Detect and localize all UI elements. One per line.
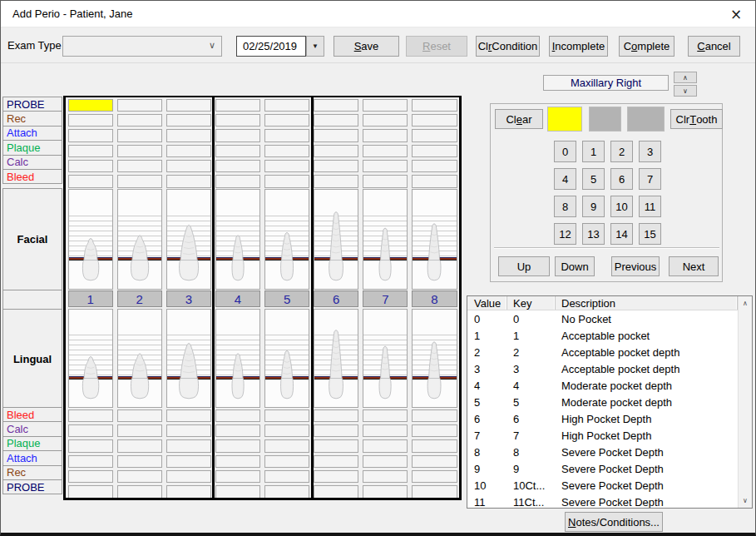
- perio-cell[interactable]: [314, 145, 358, 157]
- tooth-chart-cell[interactable]: [363, 189, 408, 290]
- perio-cell[interactable]: [264, 409, 309, 422]
- perio-cell[interactable]: [314, 129, 358, 141]
- perio-cell[interactable]: [412, 439, 457, 452]
- keypad-button-3[interactable]: 3: [639, 141, 661, 162]
- perio-cell[interactable]: [117, 409, 162, 422]
- down-button[interactable]: Down: [555, 256, 595, 276]
- keypad-button-2[interactable]: 2: [610, 141, 633, 162]
- perio-cell[interactable]: [117, 145, 162, 157]
- perio-cell[interactable]: [215, 485, 260, 498]
- perio-cell[interactable]: [314, 470, 358, 483]
- perio-cell[interactable]: [68, 129, 113, 141]
- perio-cell[interactable]: [166, 175, 211, 187]
- notes-conditions-button[interactable]: Notes/Conditions...: [565, 512, 663, 532]
- exam-type-select[interactable]: ∨: [62, 36, 222, 57]
- perio-cell[interactable]: [166, 114, 211, 127]
- tooth-chart-cell[interactable]: [314, 189, 358, 290]
- table-row[interactable]: 77High Pocket Depth: [467, 427, 738, 444]
- perio-cell[interactable]: [68, 485, 113, 498]
- perio-cell[interactable]: [215, 439, 260, 452]
- keypad-button-6[interactable]: 6: [610, 168, 633, 190]
- perio-cell[interactable]: [363, 409, 408, 422]
- perio-cell[interactable]: [363, 99, 408, 112]
- tooth-chart-cell[interactable]: [412, 309, 457, 408]
- tooth-number[interactable]: 6: [314, 290, 358, 307]
- complete-button[interactable]: Complete: [619, 36, 674, 57]
- perio-cell[interactable]: [264, 175, 309, 187]
- perio-cell[interactable]: [166, 145, 211, 157]
- perio-cell[interactable]: [363, 145, 408, 157]
- perio-cell[interactable]: [314, 439, 358, 452]
- perio-cell[interactable]: [264, 99, 309, 112]
- tooth-number[interactable]: 4: [215, 290, 260, 307]
- col-header-key[interactable]: Key: [507, 296, 556, 310]
- scroll-up-icon[interactable]: ∧: [739, 296, 752, 310]
- perio-cell[interactable]: [363, 129, 408, 141]
- perio-cell[interactable]: [117, 160, 162, 172]
- perio-cell[interactable]: [117, 99, 162, 112]
- previous-button[interactable]: Previous: [611, 256, 660, 276]
- perio-cell[interactable]: [166, 160, 211, 172]
- clr-condition-button[interactable]: Clr Condition: [476, 36, 540, 57]
- clr-tooth-button[interactable]: Clr Tooth: [670, 109, 723, 129]
- perio-cell[interactable]: [314, 409, 358, 422]
- perio-cell[interactable]: [166, 455, 211, 468]
- perio-cell[interactable]: [264, 160, 309, 172]
- perio-cell[interactable]: [412, 424, 457, 437]
- date-dropdown-button[interactable]: ▼: [306, 36, 324, 57]
- perio-cell[interactable]: [215, 99, 260, 112]
- perio-cell[interactable]: [166, 129, 211, 141]
- perio-cell[interactable]: [363, 175, 408, 187]
- keypad-button-10[interactable]: 10: [610, 196, 633, 217]
- incomplete-button[interactable]: Incomplete: [549, 36, 608, 57]
- keypad-button-9[interactable]: 9: [582, 196, 605, 217]
- perio-cell[interactable]: [166, 99, 211, 112]
- perio-cell[interactable]: [215, 160, 260, 172]
- table-row[interactable]: 55Moderate pocket depth: [467, 394, 738, 410]
- table-scrollbar[interactable]: ∧ ∨: [738, 296, 752, 508]
- perio-cell[interactable]: [68, 409, 113, 422]
- perio-cell[interactable]: [215, 424, 260, 437]
- perio-cell[interactable]: [363, 470, 408, 483]
- perio-cell[interactable]: [166, 470, 211, 483]
- keypad-button-12[interactable]: 12: [554, 223, 576, 245]
- tooth-chart-cell[interactable]: [215, 309, 260, 408]
- next-button[interactable]: Next: [669, 256, 719, 276]
- save-button[interactable]: Save: [334, 36, 399, 57]
- tooth-chart-cell[interactable]: [117, 189, 162, 290]
- keypad-button-11[interactable]: 11: [639, 196, 661, 217]
- tooth-chart-cell[interactable]: [166, 189, 211, 290]
- perio-cell[interactable]: [117, 485, 162, 498]
- tooth-number[interactable]: 2: [117, 290, 162, 307]
- color-swatch-2[interactable]: [589, 107, 621, 132]
- perio-cell[interactable]: [412, 145, 457, 157]
- perio-cell[interactable]: [363, 439, 408, 452]
- tooth-chart-cell[interactable]: [215, 189, 260, 290]
- perio-cell[interactable]: [166, 409, 211, 422]
- perio-cell[interactable]: [215, 455, 260, 468]
- perio-cell[interactable]: [314, 485, 358, 498]
- keypad-button-1[interactable]: 1: [582, 141, 605, 162]
- perio-cell[interactable]: [68, 175, 113, 187]
- perio-cell[interactable]: [117, 129, 162, 141]
- table-row[interactable]: 33Acceptable pocket depth: [467, 360, 738, 377]
- perio-cell[interactable]: [264, 424, 309, 437]
- close-icon[interactable]: ×: [724, 3, 749, 24]
- perio-cell[interactable]: [68, 114, 113, 127]
- keypad-button-4[interactable]: 4: [554, 168, 576, 190]
- perio-cell[interactable]: [68, 424, 113, 437]
- table-row[interactable]: 88Severe Pocket Depth: [467, 444, 738, 460]
- perio-cell[interactable]: [166, 439, 211, 452]
- keypad-button-15[interactable]: 15: [639, 223, 661, 245]
- perio-cell[interactable]: [68, 455, 113, 468]
- perio-cell[interactable]: [68, 439, 113, 452]
- perio-cell[interactable]: [215, 114, 260, 127]
- perio-cell[interactable]: [314, 424, 358, 437]
- tooth-number[interactable]: 1: [68, 290, 113, 307]
- perio-cell[interactable]: [117, 439, 162, 452]
- perio-cell[interactable]: [412, 455, 457, 468]
- perio-cell[interactable]: [68, 470, 113, 483]
- perio-cell[interactable]: [264, 470, 309, 483]
- tooth-chart-cell[interactable]: [117, 309, 162, 408]
- tooth-chart-cell[interactable]: [68, 309, 113, 408]
